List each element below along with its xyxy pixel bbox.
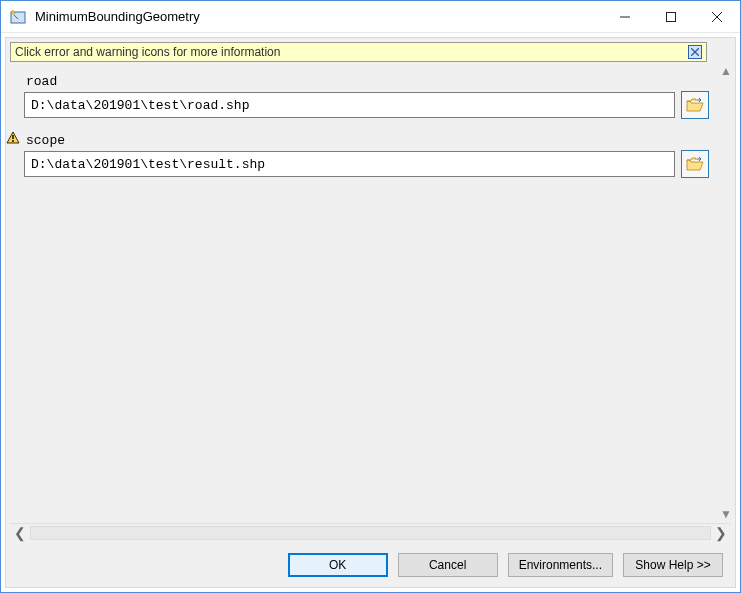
param-row (24, 150, 709, 178)
param-scope: scope (24, 133, 709, 178)
show-help-button[interactable]: Show Help >> (623, 553, 723, 577)
close-icon (691, 48, 699, 56)
warning-icon[interactable] (6, 131, 20, 145)
browse-scope-button[interactable] (681, 150, 709, 178)
param-row (24, 91, 709, 119)
window-title: MinimumBoundingGeometry (35, 9, 602, 24)
scroll-up-icon: ▲ (720, 64, 732, 78)
maximize-button[interactable] (648, 1, 694, 32)
param-label-scope: scope (24, 133, 709, 148)
scroll-down-icon: ▼ (720, 507, 732, 521)
param-label-road: road (24, 74, 709, 89)
minimize-button[interactable] (602, 1, 648, 32)
environments-button[interactable]: Environments... (508, 553, 613, 577)
param-road: road (24, 74, 709, 119)
svg-rect-2 (667, 12, 676, 21)
scroll-right-icon: ❯ (715, 525, 727, 541)
ok-button[interactable]: OK (288, 553, 388, 577)
scroll-track (30, 526, 711, 540)
info-bar-text: Click error and warning icons for more i… (15, 45, 688, 59)
info-bar: Click error and warning icons for more i… (10, 42, 707, 62)
road-input[interactable] (24, 92, 675, 118)
titlebar: MinimumBoundingGeometry (1, 1, 740, 33)
window-controls (602, 1, 740, 32)
cancel-button[interactable]: Cancel (398, 553, 498, 577)
close-button[interactable] (694, 1, 740, 32)
folder-open-icon (686, 156, 704, 172)
app-icon (9, 8, 27, 26)
scope-input[interactable] (24, 151, 675, 177)
browse-road-button[interactable] (681, 91, 709, 119)
button-bar: OK Cancel Environments... Show Help >> (6, 545, 735, 587)
info-bar-close-button[interactable] (688, 45, 702, 59)
folder-open-icon (686, 97, 704, 113)
horizontal-scrollbar[interactable]: ❮ ❯ (10, 523, 731, 541)
parameters-panel: road (6, 62, 717, 523)
scroll-left-icon: ❮ (14, 525, 26, 541)
dialog-window: MinimumBoundingGeometry Click error and … (0, 0, 741, 593)
vertical-scrollbar[interactable]: ▲ ▼ (717, 62, 735, 523)
content-area: Click error and warning icons for more i… (5, 37, 736, 588)
svg-point-8 (12, 140, 14, 142)
scroll-area: road (6, 62, 735, 523)
